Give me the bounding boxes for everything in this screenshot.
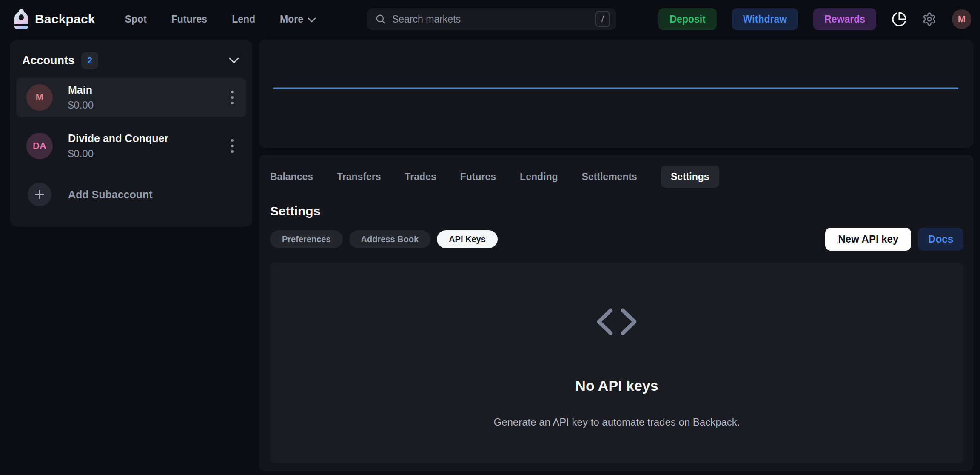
search-shortcut-key: / [595, 11, 610, 27]
api-keys-empty-state: No API keys Generate an API key to autom… [270, 263, 963, 463]
chevron-down-icon[interactable] [228, 57, 239, 64]
tab-futures[interactable]: Futures [460, 166, 496, 188]
pie-chart-icon [892, 11, 907, 27]
tab-transfers[interactable]: Transfers [337, 166, 381, 188]
search-icon [375, 14, 386, 25]
nav-item-more-label: More [280, 14, 303, 25]
add-subaccount-button[interactable]: Add Subaccount [16, 183, 246, 206]
balance-flatline [273, 88, 958, 89]
accounts-count-badge: 2 [81, 52, 98, 69]
account-name: Main [68, 84, 228, 96]
tab-trades[interactable]: Trades [405, 166, 436, 188]
account-name: Divide and Conquer [68, 132, 228, 145]
tab-lending[interactable]: Lending [520, 166, 558, 188]
rewards-button[interactable]: Rewards [813, 8, 876, 30]
empty-state-description: Generate an API key to automate trades o… [493, 416, 740, 428]
section-title: Settings [270, 204, 963, 218]
account-menu-kebab-icon[interactable] [228, 88, 236, 107]
add-subaccount-label: Add Subaccount [68, 189, 153, 201]
search-placeholder: Search markets [392, 14, 595, 25]
empty-state-title: No API keys [575, 378, 658, 394]
filter-preferences[interactable]: Preferences [270, 230, 343, 248]
tab-balances[interactable]: Balances [270, 166, 313, 188]
account-row-main[interactable]: M Main $0.00 [16, 78, 246, 117]
top-nav: Backpack Spot Futures Lend More Search m… [0, 0, 980, 38]
settings-filter-pills: Preferences Address Book API Keys [270, 230, 825, 248]
new-api-key-button[interactable]: New API key [825, 228, 911, 251]
accounts-panel: Accounts 2 M Main $0.00 DA Divide and Co… [10, 40, 252, 227]
nav-item-more[interactable]: More [280, 14, 316, 25]
brand[interactable]: Backpack [0, 9, 95, 29]
code-brackets-icon [595, 308, 639, 336]
brand-name: Backpack [35, 12, 95, 26]
user-avatar[interactable]: M [952, 9, 971, 29]
search-input[interactable]: Search markets / [368, 8, 616, 30]
nav-actions: Deposit Withdraw Rewards M [658, 0, 971, 38]
portfolio-button[interactable] [892, 11, 907, 27]
filter-row: Preferences Address Book API Keys New AP… [270, 228, 963, 251]
deposit-button[interactable]: Deposit [658, 8, 716, 30]
nav-item-futures[interactable]: Futures [171, 14, 207, 25]
account-menu-kebab-icon[interactable] [228, 137, 236, 155]
chevron-down-icon [308, 17, 316, 23]
tab-settings[interactable]: Settings [661, 166, 719, 188]
settings-button[interactable] [922, 12, 937, 26]
filter-address-book[interactable]: Address Book [349, 230, 431, 248]
balance-chart-panel [259, 40, 974, 148]
accounts-header[interactable]: Accounts 2 [16, 51, 246, 70]
account-balance: $0.00 [68, 99, 228, 111]
gear-icon [922, 12, 937, 26]
filter-api-keys[interactable]: API Keys [437, 230, 498, 248]
nav-item-lend[interactable]: Lend [232, 14, 255, 25]
nav-item-spot[interactable]: Spot [125, 14, 147, 25]
account-avatar: M [26, 84, 53, 111]
account-row-divide-and-conquer[interactable]: DA Divide and Conquer $0.00 [16, 126, 246, 166]
api-key-actions: New API key Docs [825, 228, 963, 251]
accounts-title: Accounts [22, 54, 74, 67]
docs-button[interactable]: Docs [918, 228, 963, 251]
tab-bar: Balances Transfers Trades Futures Lendin… [270, 166, 963, 188]
tab-settlements[interactable]: Settlements [582, 166, 637, 188]
account-detail-panel: Balances Transfers Trades Futures Lendin… [259, 155, 974, 471]
account-balance: $0.00 [68, 148, 228, 160]
plus-icon [28, 183, 51, 206]
backpack-logo-icon [14, 9, 28, 29]
account-avatar: DA [26, 133, 53, 159]
withdraw-button[interactable]: Withdraw [732, 8, 798, 30]
primary-nav: Spot Futures Lend More [125, 14, 316, 25]
